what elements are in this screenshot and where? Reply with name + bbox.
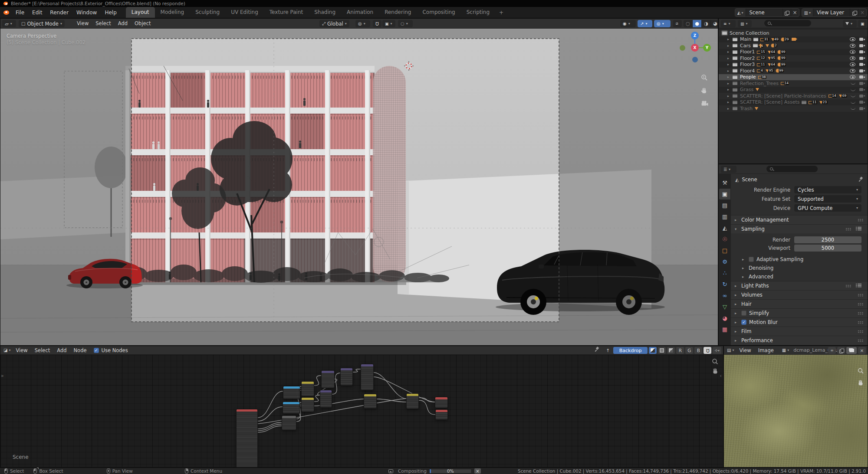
- hide-viewport-icon[interactable]: [851, 88, 855, 91]
- link-image-button[interactable]: ∞: [828, 347, 836, 354]
- panel-color-management[interactable]: ▸Color Management: [731, 215, 868, 224]
- menu-view[interactable]: View: [73, 19, 92, 29]
- node-graph-canvas[interactable]: » ‹ Scene: [0, 355, 723, 467]
- xray-toggle[interactable]: ⧄: [673, 20, 682, 27]
- shading-solid-button[interactable]: ●: [693, 20, 702, 27]
- hide-viewport-icon[interactable]: [850, 50, 855, 54]
- properties-tab-modifiers[interactable]: ⚙: [719, 256, 730, 267]
- outliner-row-floor1[interactable]: ▸Floor1156499: [719, 49, 868, 56]
- panel-volumes[interactable]: ▸Volumes: [731, 290, 868, 299]
- axis-y-handle[interactable]: Y: [703, 44, 711, 52]
- hide-viewport-icon[interactable]: [850, 37, 855, 41]
- use-nodes-toggle[interactable]: ✓ Use Nodes: [94, 347, 128, 353]
- menu-view[interactable]: View: [12, 346, 31, 355]
- browse-view-layer-icon[interactable]: ▥▾: [802, 9, 813, 16]
- hide-viewport-icon[interactable]: [851, 107, 855, 110]
- tab-compositing[interactable]: Compositing: [417, 7, 460, 18]
- outliner-row-floor2[interactable]: ▸Floor2129599: [719, 55, 868, 62]
- pan-tool-icon[interactable]: [712, 368, 719, 374]
- channel-color-button[interactable]: [658, 347, 666, 354]
- comp-node-6-purple[interactable]: [321, 370, 335, 388]
- hide-viewport-icon[interactable]: [850, 75, 855, 79]
- scene-name[interactable]: Scene: [746, 10, 783, 16]
- menu-add[interactable]: Add: [115, 19, 131, 29]
- shading-material-button[interactable]: ◑: [702, 20, 711, 27]
- pin-icon[interactable]: [595, 347, 603, 354]
- object-visibility-dropdown[interactable]: ◉▾: [620, 20, 636, 27]
- outliner-row-scene-collection[interactable]: Scene Collection: [719, 30, 868, 36]
- pan-tool-icon[interactable]: [701, 87, 708, 94]
- device-select[interactable]: GPU Compute▾: [794, 204, 861, 212]
- disable-render-icon[interactable]: [859, 88, 865, 92]
- preset-menu-icon[interactable]: [856, 284, 861, 288]
- properties-tab-scene[interactable]: ◭: [719, 222, 730, 233]
- expand-icon[interactable]: ▸: [727, 82, 733, 85]
- go-parent-icon[interactable]: ↑: [604, 347, 612, 354]
- menu-window[interactable]: Window: [72, 7, 101, 18]
- preset-menu-icon[interactable]: [856, 227, 861, 231]
- add-workspace-button[interactable]: +: [495, 7, 507, 18]
- properties-tab-object-data[interactable]: ▽: [719, 301, 730, 312]
- backdrop-button[interactable]: Backdrop: [613, 347, 648, 354]
- panel-performance[interactable]: ▸Performance: [731, 336, 868, 345]
- expand-icon[interactable]: ▸: [727, 50, 733, 54]
- open-image-button[interactable]: [846, 347, 857, 354]
- panel-light-paths[interactable]: ▸Light Paths: [731, 281, 868, 290]
- view-layer-name[interactable]: View Layer: [813, 10, 850, 16]
- view-layer-selector[interactable]: ▥▾ View Layer ×: [802, 8, 867, 17]
- expand-icon[interactable]: ▸: [727, 69, 733, 73]
- menu-file[interactable]: File: [12, 7, 28, 18]
- menu-help[interactable]: Help: [101, 7, 120, 18]
- editor-type-button[interactable]: ▱▾: [2, 20, 16, 27]
- editor-type-button[interactable]: ▤▾: [724, 348, 736, 353]
- browse-scene-icon[interactable]: ◭▾: [735, 9, 746, 16]
- outliner-row-reflection-trees[interactable]: ▸Reflection_Trees14: [719, 80, 868, 87]
- properties-tab-constraints[interactable]: ∞: [719, 290, 730, 301]
- comp-node-8-purple[interactable]: [340, 368, 353, 386]
- zoom-tool-icon[interactable]: [858, 368, 864, 374]
- render-engine-select[interactable]: Cycles▾: [794, 186, 861, 193]
- subpanel-denoising[interactable]: ▸Denoising: [731, 264, 868, 272]
- channel-g-button[interactable]: G: [685, 347, 693, 354]
- shading-wireframe-button[interactable]: ◌: [684, 20, 693, 27]
- overlays-toggle[interactable]: ◎▾: [654, 20, 671, 27]
- outliner-row-cars[interactable]: ▸Cars42: [719, 42, 868, 49]
- tab-scripting[interactable]: Scripting: [461, 7, 495, 18]
- panel-expand-icon[interactable]: »: [1, 373, 4, 379]
- disable-render-icon[interactable]: [859, 69, 865, 73]
- properties-tab-material[interactable]: ◕: [719, 313, 730, 324]
- expand-icon[interactable]: ▸: [727, 100, 733, 104]
- expand-icon[interactable]: ▸: [727, 44, 733, 48]
- outliner-row-floor3[interactable]: ▸Floor3116499: [719, 62, 868, 68]
- snap-toggle[interactable]: Ω: [704, 347, 711, 354]
- panel-checkbox[interactable]: [741, 311, 746, 316]
- zoom-tool-icon[interactable]: [712, 358, 719, 365]
- breadcrumb-scene-label[interactable]: Scene: [742, 177, 757, 183]
- cancel-job-button[interactable]: ×: [474, 468, 481, 474]
- comp-node-7-purple[interactable]: [320, 390, 332, 408]
- disable-render-icon[interactable]: [859, 37, 865, 41]
- scene-selector[interactable]: ◭▾ Scene ×: [735, 8, 799, 17]
- channel-alpha-button[interactable]: [667, 347, 675, 354]
- panel-film[interactable]: ▸Film: [731, 327, 868, 336]
- disable-render-icon[interactable]: [859, 82, 865, 85]
- comp-node-0-red[interactable]: [236, 409, 258, 467]
- subpanel-advanced[interactable]: ▸Advanced: [731, 272, 868, 281]
- outliner-search-input[interactable]: [764, 20, 811, 26]
- expand-icon[interactable]: ▸: [727, 88, 733, 92]
- field-value-render[interactable]: 2500: [794, 236, 861, 243]
- camera-view-icon[interactable]: [701, 100, 708, 106]
- tab-animation[interactable]: Animation: [341, 7, 379, 18]
- tab-modeling[interactable]: Modeling: [155, 7, 190, 18]
- editor-type-button[interactable]: ◪▾: [0, 348, 12, 353]
- proportional-editing-select[interactable]: ○▾: [398, 20, 413, 27]
- snap-mode-select[interactable]: ▣▾: [382, 20, 395, 27]
- feature-set-select[interactable]: Supported▾: [794, 195, 861, 203]
- toolbar-expand-icon[interactable]: ›: [1, 32, 3, 37]
- outliner-row-grass[interactable]: ▸Grass: [719, 87, 868, 93]
- comp-node-13-red[interactable]: [435, 409, 448, 420]
- comp-node-2-blue[interactable]: [283, 402, 300, 414]
- hide-viewport-icon[interactable]: [850, 62, 855, 66]
- window-titlebar[interactable]: Blender* [E:\Personal Projects\8.Exterio…: [0, 0, 868, 7]
- panel-hair[interactable]: ▸Hair: [731, 299, 868, 308]
